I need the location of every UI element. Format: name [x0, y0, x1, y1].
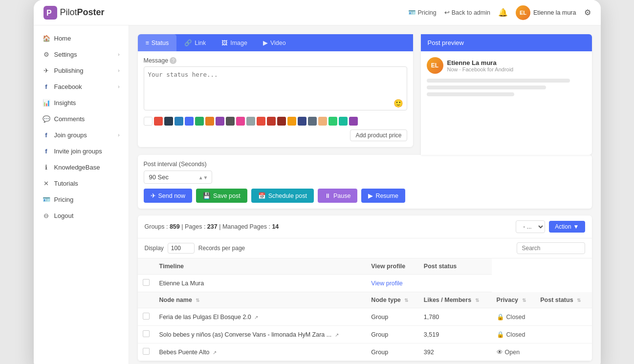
row-checkbox[interactable]	[143, 313, 150, 320]
sidebar-item-tutorials[interactable]: ✕ Tutorials	[34, 175, 129, 192]
sidebar-item-comments[interactable]: 💬 Comments	[34, 111, 129, 127]
color-swatch[interactable]	[328, 117, 337, 126]
table-row: Feria de las Pulgas El Bosque 2.0 ↗ Grou…	[138, 308, 592, 326]
preview-line	[427, 92, 514, 96]
sidebar-item-logout[interactable]: ⊖ Logout	[34, 208, 129, 224]
color-palette	[144, 117, 407, 126]
svg-text:P: P	[46, 9, 52, 17]
subheader-post-status: Post status ⇅	[535, 292, 591, 308]
color-swatch[interactable]	[267, 117, 276, 126]
view-profile-link[interactable]: View profile	[371, 280, 402, 287]
sidebar-item-facebook[interactable]: f Facebook ›	[34, 79, 129, 95]
lock-icon: 🔒	[497, 331, 504, 338]
settings-icon[interactable]: ⚙	[584, 8, 591, 17]
video-tab-icon: ▶	[263, 39, 268, 46]
schedule-post-button[interactable]: 📅 Schedule post	[251, 189, 314, 203]
color-swatch[interactable]	[257, 117, 265, 126]
send-now-button[interactable]: ✈ Send now	[144, 189, 193, 203]
color-swatch[interactable]	[175, 117, 183, 126]
color-swatch[interactable]	[205, 117, 214, 126]
interval-card: Post interval (Seconds) 90 Sec 30 Sec 60…	[138, 155, 592, 209]
sidebar-item-home[interactable]: 🏠 Home	[34, 30, 129, 46]
group-post-status	[535, 343, 591, 361]
resume-icon: ▶	[368, 192, 373, 199]
sidebar-item-label: KnowledgeBase	[54, 164, 100, 171]
filter-select[interactable]: - ...	[516, 220, 545, 233]
chevron-right-icon: ›	[118, 52, 119, 57]
group-type: Group	[366, 343, 418, 361]
table-header-row: Timeline View profile Post status	[138, 258, 592, 275]
action-dropdown[interactable]: Action ▼	[549, 221, 585, 233]
table-subheader-row: Node name ⇅ Node type ⇅ Likes / Members …	[138, 292, 592, 308]
resume-button[interactable]: ▶ Resume	[361, 189, 405, 203]
save-post-button[interactable]: 💾 Save post	[196, 189, 247, 203]
message-textarea[interactable]	[144, 66, 407, 110]
color-swatch[interactable]	[298, 117, 306, 126]
search-input[interactable]	[517, 242, 585, 254]
dropdown-arrow-icon: ▼	[573, 223, 579, 230]
sidebar-item-knowledgebase[interactable]: ℹ KnowledgeBase	[34, 159, 129, 175]
sidebar-item-publishing[interactable]: ✈ Publishing ›	[34, 63, 129, 79]
table-timeline-row: Etienne La Mura View profile	[138, 275, 592, 292]
color-swatch[interactable]	[195, 117, 204, 126]
sidebar-item-settings[interactable]: ⚙ Settings ›	[34, 46, 129, 63]
logo: P PilotPoster	[44, 6, 105, 20]
color-swatch[interactable]	[339, 117, 348, 126]
row-checkbox[interactable]	[143, 348, 150, 355]
row-checkbox[interactable]	[143, 279, 150, 286]
sort-icon: ⇅	[404, 298, 408, 303]
external-link-icon[interactable]: ↗	[335, 332, 339, 338]
tab-status[interactable]: ≡ Status	[138, 34, 177, 51]
color-swatch[interactable]	[236, 117, 245, 126]
preview-user-name: Etienne La mura	[447, 59, 514, 66]
preview-body: EL Etienne La mura Now · Facebook for An…	[421, 51, 592, 105]
add-product-button[interactable]: Add product price	[350, 129, 407, 141]
header-timeline: Timeline	[154, 258, 367, 275]
back-admin-link[interactable]: ↩ Back to admin	[444, 9, 490, 16]
color-swatch[interactable]	[287, 117, 296, 126]
sidebar: 🏠 Home ⚙ Settings › ✈ Publishing › f Fac…	[34, 25, 129, 364]
sidebar-item-invite-join-groups[interactable]: f Invite join groups	[34, 143, 129, 159]
settings-icon: ⚙	[43, 51, 50, 58]
records-per-page-input[interactable]	[168, 243, 195, 254]
notification-bell[interactable]: 🔔	[498, 8, 508, 17]
color-swatch[interactable]	[164, 117, 173, 126]
interval-select-wrap: 90 Sec 30 Sec 60 Sec 120 Sec 180 Sec ▲▼	[144, 171, 212, 184]
tab-link[interactable]: 🔗 Link	[176, 34, 214, 51]
emoji-button[interactable]: 🙂	[394, 99, 403, 108]
user-menu[interactable]: EL Etienne la mura	[516, 5, 576, 20]
group-privacy: 🔒 Closed	[492, 326, 536, 343]
color-swatch[interactable]	[308, 117, 317, 126]
pricing-link[interactable]: 🪪 Pricing	[408, 9, 437, 16]
subheader-node-type: Node type ⇅	[366, 292, 418, 308]
color-swatch[interactable]	[154, 117, 163, 126]
sidebar-item-pricing[interactable]: 🪪 Pricing	[34, 192, 129, 208]
color-swatch[interactable]	[349, 117, 358, 126]
color-swatch[interactable]	[144, 117, 153, 126]
tab-video[interactable]: ▶ Video	[255, 34, 294, 51]
header-post-status: Post status	[419, 258, 492, 275]
external-link-icon[interactable]: ↗	[254, 315, 258, 320]
pause-button[interactable]: ⏸ Pause	[318, 189, 357, 203]
sidebar-item-join-groups[interactable]: f Join groups ›	[34, 127, 129, 143]
group-likes: 3,519	[419, 326, 492, 343]
preview-avatar: EL	[427, 57, 443, 74]
sidebar-item-insights[interactable]: 📊 Insights	[34, 95, 129, 111]
external-link-icon[interactable]: ↗	[213, 350, 217, 355]
color-swatch[interactable]	[226, 117, 235, 126]
color-swatch[interactable]	[216, 117, 224, 126]
color-swatch[interactable]	[277, 117, 286, 126]
interval-select[interactable]: 90 Sec 30 Sec 60 Sec 120 Sec 180 Sec	[144, 171, 212, 184]
group-likes: 392	[419, 343, 492, 361]
preview-post-meta: Now · Facebook for Android	[447, 66, 514, 72]
row-checkbox[interactable]	[143, 330, 150, 337]
logout-icon: ⊖	[43, 212, 50, 219]
color-swatch[interactable]	[318, 117, 327, 126]
message-label: Message ?	[144, 57, 407, 64]
group-privacy: 👁 Open	[492, 343, 536, 361]
preview-header: Post preview	[421, 34, 592, 51]
color-swatch[interactable]	[246, 117, 255, 126]
topbar: P PilotPoster 🪪 Pricing ↩ Back to admin …	[34, 0, 601, 25]
tab-image[interactable]: 🖼 Image	[214, 34, 255, 51]
color-swatch[interactable]	[185, 117, 194, 126]
